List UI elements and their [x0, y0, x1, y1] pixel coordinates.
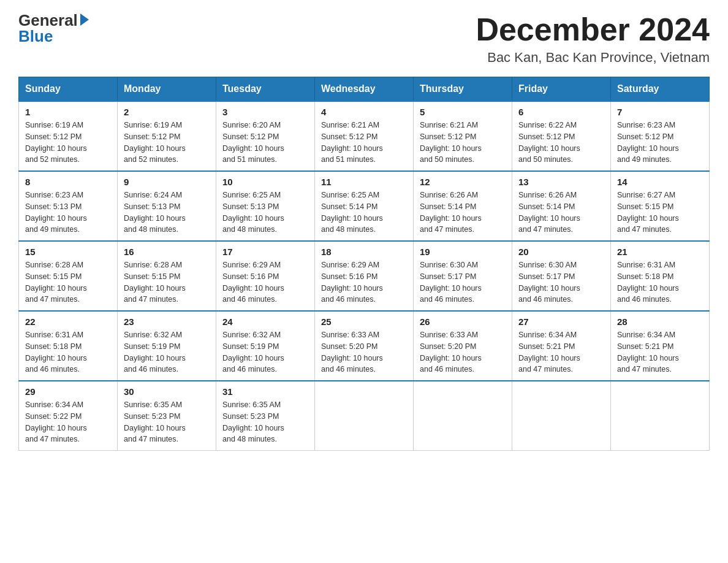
calendar-cell: 2 Sunrise: 6:19 AMSunset: 5:12 PMDayligh… — [118, 101, 216, 171]
day-number: 13 — [518, 177, 604, 187]
day-number: 1 — [25, 107, 111, 117]
day-info: Sunrise: 6:27 AMSunset: 5:15 PMDaylight:… — [617, 190, 703, 236]
day-number: 14 — [617, 177, 703, 187]
week-row-2: 8 Sunrise: 6:23 AMSunset: 5:13 PMDayligh… — [19, 171, 710, 241]
day-info: Sunrise: 6:34 AMSunset: 5:21 PMDaylight:… — [617, 329, 703, 375]
day-number: 18 — [321, 247, 407, 257]
day-number: 21 — [617, 247, 703, 257]
day-info: Sunrise: 6:32 AMSunset: 5:19 PMDaylight:… — [124, 329, 210, 375]
calendar-cell: 30 Sunrise: 6:35 AMSunset: 5:23 PMDaylig… — [118, 381, 216, 451]
day-info: Sunrise: 6:23 AMSunset: 5:13 PMDaylight:… — [25, 190, 111, 236]
day-info: Sunrise: 6:34 AMSunset: 5:22 PMDaylight:… — [25, 399, 111, 445]
day-number: 8 — [25, 177, 111, 187]
day-info: Sunrise: 6:34 AMSunset: 5:21 PMDaylight:… — [518, 329, 604, 375]
day-info: Sunrise: 6:32 AMSunset: 5:19 PMDaylight:… — [222, 329, 308, 375]
calendar-cell: 8 Sunrise: 6:23 AMSunset: 5:13 PMDayligh… — [19, 171, 118, 241]
day-number: 10 — [222, 177, 308, 187]
calendar-header-saturday: Saturday — [611, 77, 710, 102]
day-number: 11 — [321, 177, 407, 187]
day-number: 15 — [25, 247, 111, 257]
logo: General Blue — [18, 12, 89, 44]
day-info: Sunrise: 6:26 AMSunset: 5:14 PMDaylight:… — [420, 190, 506, 236]
day-info: Sunrise: 6:33 AMSunset: 5:20 PMDaylight:… — [321, 329, 407, 375]
calendar-cell: 10 Sunrise: 6:25 AMSunset: 5:13 PMDaylig… — [216, 171, 315, 241]
calendar-header-sunday: Sunday — [19, 77, 118, 102]
calendar-cell: 20 Sunrise: 6:30 AMSunset: 5:17 PMDaylig… — [512, 241, 611, 311]
calendar-header-friday: Friday — [512, 77, 611, 102]
calendar-cell: 22 Sunrise: 6:31 AMSunset: 5:18 PMDaylig… — [19, 311, 118, 381]
day-number: 20 — [518, 247, 604, 257]
calendar-cell: 6 Sunrise: 6:22 AMSunset: 5:12 PMDayligh… — [512, 101, 611, 171]
day-info: Sunrise: 6:35 AMSunset: 5:23 PMDaylight:… — [124, 399, 210, 445]
calendar-cell: 23 Sunrise: 6:32 AMSunset: 5:19 PMDaylig… — [118, 311, 216, 381]
day-info: Sunrise: 6:29 AMSunset: 5:16 PMDaylight:… — [321, 259, 407, 305]
day-info: Sunrise: 6:25 AMSunset: 5:13 PMDaylight:… — [222, 190, 308, 236]
calendar-cell — [315, 381, 414, 451]
day-info: Sunrise: 6:22 AMSunset: 5:12 PMDaylight:… — [518, 120, 604, 166]
day-number: 23 — [124, 316, 210, 327]
calendar-cell: 16 Sunrise: 6:28 AMSunset: 5:15 PMDaylig… — [118, 241, 216, 311]
day-info: Sunrise: 6:33 AMSunset: 5:20 PMDaylight:… — [420, 329, 506, 375]
day-info: Sunrise: 6:30 AMSunset: 5:17 PMDaylight:… — [420, 259, 506, 305]
calendar-cell: 4 Sunrise: 6:21 AMSunset: 5:12 PMDayligh… — [315, 101, 414, 171]
calendar-header-wednesday: Wednesday — [315, 77, 414, 102]
day-number: 19 — [420, 247, 506, 257]
calendar-cell: 31 Sunrise: 6:35 AMSunset: 5:23 PMDaylig… — [216, 381, 315, 451]
calendar-cell: 27 Sunrise: 6:34 AMSunset: 5:21 PMDaylig… — [512, 311, 611, 381]
calendar-cell: 29 Sunrise: 6:34 AMSunset: 5:22 PMDaylig… — [19, 381, 118, 451]
week-row-5: 29 Sunrise: 6:34 AMSunset: 5:22 PMDaylig… — [19, 381, 710, 451]
day-info: Sunrise: 6:20 AMSunset: 5:12 PMDaylight:… — [222, 120, 308, 166]
day-number: 31 — [222, 386, 308, 397]
page-subtitle: Bac Kan, Bac Kan Province, Vietnam — [476, 50, 710, 66]
logo-general-text: General — [18, 12, 78, 28]
day-number: 2 — [124, 107, 210, 117]
calendar-header-monday: Monday — [118, 77, 216, 102]
calendar-table: SundayMondayTuesdayWednesdayThursdayFrid… — [18, 77, 710, 451]
day-info: Sunrise: 6:28 AMSunset: 5:15 PMDaylight:… — [124, 259, 210, 305]
calendar-cell: 21 Sunrise: 6:31 AMSunset: 5:18 PMDaylig… — [611, 241, 710, 311]
day-info: Sunrise: 6:24 AMSunset: 5:13 PMDaylight:… — [124, 190, 210, 236]
calendar-cell: 28 Sunrise: 6:34 AMSunset: 5:21 PMDaylig… — [611, 311, 710, 381]
calendar-cell: 15 Sunrise: 6:28 AMSunset: 5:15 PMDaylig… — [19, 241, 118, 311]
calendar-cell — [414, 381, 512, 451]
day-info: Sunrise: 6:21 AMSunset: 5:12 PMDaylight:… — [321, 120, 407, 166]
calendar-cell: 1 Sunrise: 6:19 AMSunset: 5:12 PMDayligh… — [19, 101, 118, 171]
calendar-cell: 7 Sunrise: 6:23 AMSunset: 5:12 PMDayligh… — [611, 101, 710, 171]
calendar-cell: 19 Sunrise: 6:30 AMSunset: 5:17 PMDaylig… — [414, 241, 512, 311]
day-number: 12 — [420, 177, 506, 187]
calendar-cell — [611, 381, 710, 451]
calendar-header-tuesday: Tuesday — [216, 77, 315, 102]
logo-blue-text: Blue — [18, 28, 53, 44]
calendar-cell: 24 Sunrise: 6:32 AMSunset: 5:19 PMDaylig… — [216, 311, 315, 381]
calendar-cell: 17 Sunrise: 6:29 AMSunset: 5:16 PMDaylig… — [216, 241, 315, 311]
calendar-cell: 14 Sunrise: 6:27 AMSunset: 5:15 PMDaylig… — [611, 171, 710, 241]
day-info: Sunrise: 6:23 AMSunset: 5:12 PMDaylight:… — [617, 120, 703, 166]
day-info: Sunrise: 6:28 AMSunset: 5:15 PMDaylight:… — [25, 259, 111, 305]
day-number: 5 — [420, 107, 506, 117]
day-number: 28 — [617, 316, 703, 327]
calendar-header-row: SundayMondayTuesdayWednesdayThursdayFrid… — [19, 77, 710, 102]
day-number: 16 — [124, 247, 210, 257]
day-info: Sunrise: 6:31 AMSunset: 5:18 PMDaylight:… — [25, 329, 111, 375]
logo-triangle-icon — [80, 13, 89, 26]
day-info: Sunrise: 6:26 AMSunset: 5:14 PMDaylight:… — [518, 190, 604, 236]
title-area: December 2024 Bac Kan, Bac Kan Province,… — [476, 12, 710, 66]
calendar-cell: 26 Sunrise: 6:33 AMSunset: 5:20 PMDaylig… — [414, 311, 512, 381]
page-title: December 2024 — [476, 12, 710, 47]
day-number: 29 — [25, 386, 111, 397]
day-number: 3 — [222, 107, 308, 117]
day-number: 4 — [321, 107, 407, 117]
day-info: Sunrise: 6:21 AMSunset: 5:12 PMDaylight:… — [420, 120, 506, 166]
day-number: 9 — [124, 177, 210, 187]
day-info: Sunrise: 6:19 AMSunset: 5:12 PMDaylight:… — [124, 120, 210, 166]
day-number: 30 — [124, 386, 210, 397]
day-number: 6 — [518, 107, 604, 117]
week-row-3: 15 Sunrise: 6:28 AMSunset: 5:15 PMDaylig… — [19, 241, 710, 311]
day-info: Sunrise: 6:30 AMSunset: 5:17 PMDaylight:… — [518, 259, 604, 305]
calendar-cell: 5 Sunrise: 6:21 AMSunset: 5:12 PMDayligh… — [414, 101, 512, 171]
week-row-4: 22 Sunrise: 6:31 AMSunset: 5:18 PMDaylig… — [19, 311, 710, 381]
day-info: Sunrise: 6:19 AMSunset: 5:12 PMDaylight:… — [25, 120, 111, 166]
day-number: 27 — [518, 316, 604, 327]
calendar-cell: 13 Sunrise: 6:26 AMSunset: 5:14 PMDaylig… — [512, 171, 611, 241]
day-info: Sunrise: 6:29 AMSunset: 5:16 PMDaylight:… — [222, 259, 308, 305]
